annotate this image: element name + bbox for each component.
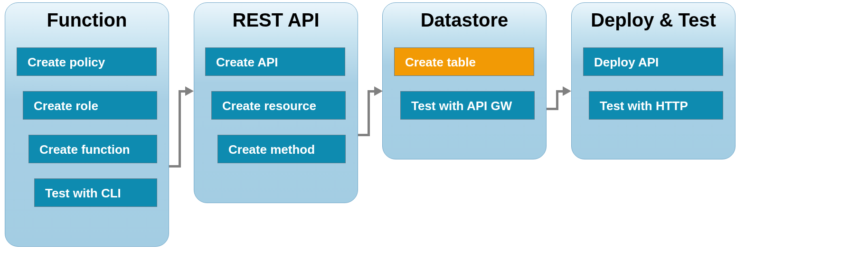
arrow-head-icon: [374, 86, 383, 96]
step-create-api: Create API: [205, 47, 345, 76]
step-create-resource: Create resource: [211, 91, 346, 120]
step-create-policy: Create policy: [17, 47, 157, 76]
card-title-datastore: Datastore: [383, 9, 546, 31]
step-test-with-http: Test with HTTP: [589, 91, 723, 120]
step-create-table: Create table: [394, 47, 534, 76]
arrow-head-icon: [185, 86, 194, 96]
card-title-function: Function: [5, 9, 169, 31]
card-datastore: Datastore: [382, 2, 547, 159]
card-deploy: Deploy & Test: [571, 2, 736, 159]
step-test-with-api-gw: Test with API GW: [400, 91, 535, 120]
card-function: Function: [5, 2, 169, 247]
step-test-with-cli: Test with CLI: [34, 178, 157, 207]
arrow-head-icon: [563, 86, 571, 96]
card-title-deploy: Deploy & Test: [572, 9, 735, 31]
step-create-function: Create function: [28, 135, 157, 163]
step-create-method: Create method: [217, 135, 346, 163]
card-title-restapi: REST API: [194, 9, 358, 31]
step-deploy-api: Deploy API: [583, 47, 723, 76]
step-create-role: Create role: [23, 91, 157, 120]
